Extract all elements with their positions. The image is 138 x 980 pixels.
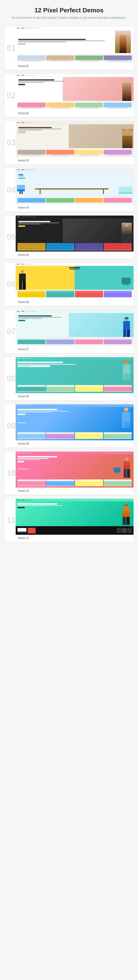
demo-preview-06: Neve [16,263,133,299]
demo-preview-09: Neve [16,404,133,440]
demo-label-11: Home 11 [16,535,133,542]
demo-number-09: 09 [5,404,16,447]
demo-item-09[interactable]: 09 Neve [5,404,133,447]
demo-item-05[interactable]: 05 Neve [5,216,133,259]
demo-label-01: Home 01 [16,63,133,70]
demo-preview-04: Neve [16,169,133,204]
demo-label-02: Home 02 [16,110,133,117]
demo-label-10: Home 10 [16,488,133,495]
hero-section [16,30,133,54]
demo-number-06: 06 [5,263,16,306]
demo-label-09: Home 09 [16,440,133,447]
demo-preview-11: Neve [16,499,133,535]
demo-item-08[interactable]: 08 Neve [5,357,133,400]
mini-nav: Neve [16,27,133,29]
demo-item-07[interactable]: 07 Neve [5,310,133,353]
demo-preview-03: Neve [16,121,133,157]
demo-label-08: Home 08 [16,393,133,400]
demo-number-01: 01 [5,27,16,70]
demo-label-03: Home 03 [16,157,133,164]
demo-number-02: 02 [5,74,16,117]
demo-number-05: 05 [5,216,16,259]
demo-number-10: 10 [5,452,16,495]
demo-label-06: Home 06 [16,299,133,306]
demo-number-04: 04 [5,169,16,212]
demo-preview-08: Neve [16,357,133,393]
demo-item-03[interactable]: 03 Neve [5,121,133,164]
demo-number-08: 08 [5,357,16,400]
demo-preview-10: Neve [16,452,133,488]
demo-item-04[interactable]: 04 Neve [5,169,133,212]
demo-label-04: Home 04 [16,204,133,212]
demo-preview-02: Neve [16,74,133,110]
page-title: 12 Pixel Perfect Demos [5,7,133,14]
products-row [16,54,133,62]
demo-item-06[interactable]: 06 Neve [5,263,133,306]
page-subtitle: Do not have time to start from scratch? … [5,16,133,20]
demo-preview-01: Neve [16,27,133,63]
demo-preview-07: Neve [16,310,133,346]
demo-label-05: Home 05 [16,251,133,259]
demo-item-01[interactable]: 01 Neve [5,27,133,70]
demo-item-10[interactable]: 10 Neve [5,452,133,495]
demo-label-07: Home 07 [16,346,133,353]
page-wrapper: 12 Pixel Perfect Demos Do not have time … [0,0,138,553]
demo-number-07: 07 [5,310,16,353]
demo-item-11[interactable]: 11 Neve [5,499,133,542]
demo-number-03: 03 [5,121,16,164]
demo-number-11: 11 [5,499,16,542]
page-header: 12 Pixel Perfect Demos Do not have time … [5,7,133,20]
demo-item-02[interactable]: 02 Neve [5,74,133,117]
demo-preview-05: Neve [16,216,133,251]
